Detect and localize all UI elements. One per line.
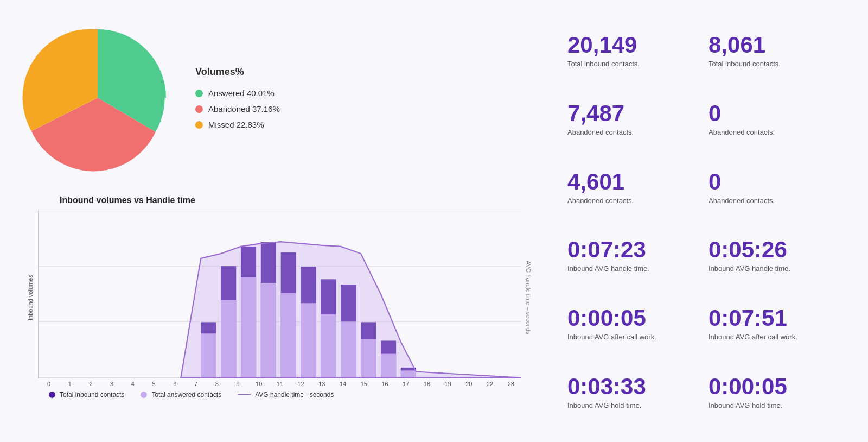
metric-value-8: 0:00:05 — [567, 306, 691, 331]
legend-item-answered: Answered 40.01% — [195, 89, 280, 98]
x-label-0: 0 — [39, 381, 59, 387]
metric-cell-9: 0:07:51 Inbound AVG after call work. — [700, 289, 841, 358]
main-container: Volumes% Answered 40.01% Abandoned 37.16… — [0, 0, 868, 442]
metric-label-1: Total inbound contacts. — [709, 60, 832, 68]
chart-legend-answered: Total answered contacts — [141, 391, 221, 399]
metric-value-0: 20,149 — [567, 33, 691, 58]
legend-label-avg: AVG handle time - seconds — [255, 391, 334, 399]
x-label-8: 8 — [207, 381, 227, 387]
pie-chart — [22, 22, 174, 174]
x-label-10: 10 — [249, 381, 269, 387]
x-label-1: 1 — [60, 381, 80, 387]
metric-value-6: 0:07:23 — [567, 237, 691, 262]
legend-dot-answered — [195, 90, 203, 97]
metric-label-3: Abandoned contacts. — [709, 128, 832, 136]
metric-value-2: 7,487 — [567, 101, 691, 126]
x-label-17: 17 — [396, 381, 416, 387]
x-label-13: 13 — [312, 381, 331, 387]
x-label-12: 12 — [291, 381, 311, 387]
x-label-18: 18 — [417, 381, 437, 387]
chart-area: Inbound volumes 3,000 2,000 — [27, 211, 532, 384]
metric-label-0: Total inbound contacts. — [567, 60, 691, 68]
metric-label-6: Inbound AVG handle time. — [567, 264, 691, 273]
chart-section: Inbound volumes vs Handle time Inbound v… — [16, 190, 537, 431]
x-label-9: 9 — [228, 381, 247, 387]
metric-cell-8: 0:00:05 Inbound AVG after call work. — [559, 289, 700, 358]
legend-dot-total — [49, 392, 55, 398]
metric-label-2: Abandoned contacts. — [567, 128, 691, 136]
metric-value-7: 0:05:26 — [709, 237, 832, 262]
legend-label-total: Total inbound contacts — [60, 391, 124, 399]
metric-value-11: 0:00:05 — [709, 374, 832, 399]
legend-dot-missed — [195, 121, 203, 129]
chart-title: Inbound volumes vs Handle time — [60, 195, 532, 205]
metric-cell-11: 0:00:05 Inbound AVG hold time. — [700, 357, 841, 426]
chart-legend-total: Total inbound contacts — [49, 391, 124, 399]
chart-canvas: 3,000 2,000 1,000 0 — [38, 211, 521, 378]
metric-label-4: Abandoned contacts. — [567, 197, 691, 205]
left-panel: Volumes% Answered 40.01% Abandoned 37.16… — [16, 11, 537, 431]
legend-dot-abandoned — [195, 105, 203, 113]
x-label-15: 15 — [354, 381, 374, 387]
metric-label-9: Inbound AVG after call work. — [709, 333, 832, 341]
metric-label-5: Abandoned contacts. — [709, 197, 832, 205]
legend-item-abandoned: Abandoned 37.16% — [195, 104, 280, 113]
x-label-3: 3 — [102, 381, 122, 387]
chart-legend: Total inbound contacts Total answered co… — [49, 391, 532, 399]
metric-value-1: 8,061 — [709, 33, 832, 58]
x-label-16: 16 — [375, 381, 395, 387]
metric-cell-4: 4,601 Abandoned contacts. — [559, 153, 700, 221]
legend-item-missed: Missed 22.83% — [195, 120, 280, 129]
chart-inner: 3,000 2,000 1,000 0 — [38, 211, 521, 384]
x-label-14: 14 — [333, 381, 353, 387]
legend-label-missed: Missed 22.83% — [208, 120, 264, 129]
metric-cell-3: 0 Abandoned contacts. — [700, 85, 841, 153]
metric-cell-7: 0:05:26 Inbound AVG handle time. — [700, 221, 841, 289]
metric-label-11: Inbound AVG hold time. — [709, 401, 832, 409]
metric-value-10: 0:03:33 — [567, 374, 691, 399]
metric-label-10: Inbound AVG hold time. — [567, 401, 691, 409]
y-axis-left-label: Inbound volumes — [27, 211, 38, 384]
pie-legend: Volumes% Answered 40.01% Abandoned 37.16… — [195, 66, 280, 129]
metric-cell-10: 0:03:33 Inbound AVG hold time. — [559, 357, 700, 426]
chart-legend-avg: AVG handle time - seconds — [238, 391, 334, 399]
x-label-6: 6 — [165, 381, 184, 387]
x-label-4: 4 — [123, 381, 143, 387]
metric-cell-2: 7,487 Abandoned contacts. — [559, 85, 700, 153]
bar-chart-svg: 3,000 2,000 1,000 0 — [39, 211, 521, 378]
x-axis-labels: 0 1 2 3 4 5 6 7 8 9 10 11 12 13 — [38, 381, 521, 387]
x-label-5: 5 — [144, 381, 164, 387]
legend-label-answered-chart: Total answered contacts — [151, 391, 221, 399]
metric-label-8: Inbound AVG after call work. — [567, 333, 691, 341]
pie-section: Volumes% Answered 40.01% Abandoned 37.16… — [16, 11, 537, 185]
metric-value-4: 4,601 — [567, 169, 691, 194]
metric-label-7: Inbound AVG handle time. — [709, 264, 832, 273]
svg-marker-30 — [181, 242, 521, 377]
metric-cell-6: 0:07:23 Inbound AVG handle time. — [559, 221, 700, 289]
x-label-7: 7 — [186, 381, 206, 387]
x-label-2: 2 — [81, 381, 100, 387]
metric-value-3: 0 — [709, 101, 832, 126]
metric-value-9: 0:07:51 — [709, 306, 832, 331]
legend-line-avg — [238, 394, 251, 395]
pie-legend-title: Volumes% — [195, 66, 280, 78]
legend-dot-answered-chart — [141, 392, 147, 398]
metric-value-5: 0 — [709, 169, 832, 194]
legend-label-answered: Answered 40.01% — [208, 89, 275, 98]
y-axis-right-label: AVG handle time – seconds — [521, 211, 532, 384]
metric-cell-1: 8,061 Total inbound contacts. — [700, 16, 841, 85]
x-label-23: 23 — [501, 381, 521, 387]
legend-label-abandoned: Abandoned 37.16% — [208, 104, 280, 113]
right-panel: 20,149 Total inbound contacts. 8,061 Tot… — [548, 11, 852, 431]
x-label-20: 20 — [459, 381, 478, 387]
metric-cell-0: 20,149 Total inbound contacts. — [559, 16, 700, 85]
metric-cell-5: 0 Abandoned contacts. — [700, 153, 841, 221]
x-label-19: 19 — [438, 381, 458, 387]
x-label-22: 22 — [480, 381, 500, 387]
x-label-11: 11 — [270, 381, 290, 387]
